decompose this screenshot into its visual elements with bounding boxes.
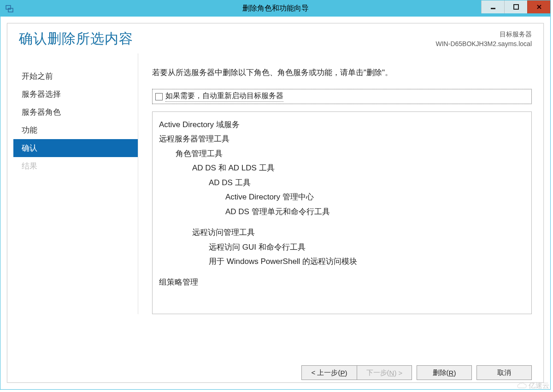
nav-button-group: < 上一步(P) 下一步(N) >	[301, 365, 412, 380]
titlebar[interactable]: 删除角色和功能向导	[0, 0, 550, 17]
wizard-window: 删除角色和功能向导 确认删除所选内容 目标服务器 WIN-D65BOKJH3M2…	[0, 0, 551, 390]
svg-rect-2	[491, 8, 495, 9]
content-area: 确认删除所选内容 目标服务器 WIN-D65BOKJH3M2.sayms.loc…	[0, 17, 550, 389]
svg-rect-3	[514, 5, 518, 9]
remove-button[interactable]: 删除(R)	[417, 365, 472, 380]
window-title: 删除角色和功能向导	[0, 4, 550, 13]
close-button[interactable]	[527, 0, 550, 13]
minimize-button[interactable]	[481, 0, 504, 13]
previous-button[interactable]: < 上一步(P)	[301, 365, 357, 380]
footer-buttons: < 上一步(P) 下一步(N) > 删除(R) 取消	[301, 365, 532, 380]
inner-border	[7, 23, 544, 383]
maximize-button[interactable]	[504, 0, 527, 13]
app-icon	[5, 4, 14, 13]
watermark: 亿速云	[517, 381, 549, 390]
window-controls	[481, 0, 550, 13]
next-button: 下一步(N) >	[357, 365, 412, 380]
cloud-icon	[517, 382, 527, 390]
cancel-button[interactable]: 取消	[477, 365, 532, 380]
